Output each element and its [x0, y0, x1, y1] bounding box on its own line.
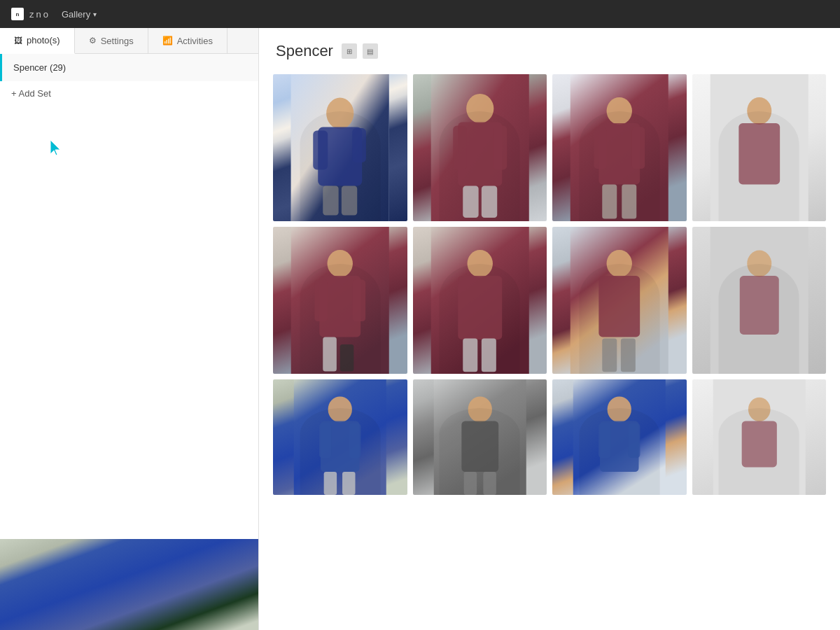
photo-svg-6: [413, 227, 547, 374]
svg-rect-39: [598, 276, 640, 337]
logo-area: n zno: [11, 8, 50, 20]
photo-svg-2: [413, 74, 547, 221]
svg-rect-5: [352, 128, 366, 162]
svg-rect-32: [430, 227, 528, 374]
svg-rect-36: [481, 339, 496, 372]
svg-rect-27: [319, 276, 360, 337]
svg-point-38: [607, 250, 632, 277]
activities-tab-icon: 📶: [162, 36, 173, 46]
tab-settings[interactable]: ⚙ Settings: [75, 28, 148, 53]
logo-text: zno: [29, 9, 50, 20]
svg-rect-29: [353, 280, 365, 322]
main-layout: 🖼 photo(s) ⚙ Settings 📶 Activities Spenc…: [0, 28, 840, 630]
logo-icon: n: [11, 8, 24, 20]
svg-rect-6: [323, 186, 338, 216]
tab-activities[interactable]: 📶 Activities: [148, 28, 227, 53]
gallery-label: Gallery: [62, 9, 90, 20]
svg-rect-42: [710, 227, 808, 374]
photo-svg-11: [552, 379, 687, 495]
view-toggle-icon-2[interactable]: ▤: [363, 43, 378, 59]
svg-point-46: [328, 396, 352, 422]
main-content: Spencer ⊞ ▤: [259, 28, 840, 630]
content-header: Spencer ⊞ ▤: [259, 28, 840, 67]
svg-rect-18: [594, 127, 606, 169]
photo-grid: [259, 67, 840, 502]
svg-rect-28: [314, 280, 327, 322]
svg-rect-1: [291, 74, 389, 221]
svg-rect-40: [602, 339, 617, 372]
sidebar: 🖼 photo(s) ⚙ Settings 📶 Activities Spenc…: [0, 28, 259, 630]
svg-rect-34: [458, 276, 502, 340]
svg-point-63: [748, 398, 770, 421]
svg-rect-55: [463, 472, 476, 495]
svg-rect-59: [600, 421, 638, 472]
photo-cell[interactable]: [552, 379, 687, 495]
photo-svg-12: [692, 379, 827, 495]
svg-rect-61: [628, 424, 640, 458]
svg-rect-14: [481, 186, 496, 218]
svg-rect-11: [453, 126, 467, 170]
sidebar-item-count: (29): [50, 62, 66, 73]
photo-svg-10: [413, 379, 547, 495]
tab-photos[interactable]: 🖼 photo(s): [0, 28, 75, 54]
svg-rect-31: [340, 344, 354, 372]
svg-rect-25: [291, 227, 389, 374]
sidebar-item-label: Spencer (29): [13, 62, 66, 73]
photo-cell[interactable]: [552, 74, 687, 221]
svg-rect-13: [463, 186, 478, 218]
svg-point-23: [747, 97, 771, 125]
add-set-label: + Add Set: [11, 88, 51, 99]
svg-rect-12: [493, 126, 507, 170]
svg-rect-47: [321, 421, 359, 472]
photo-cell[interactable]: [692, 227, 827, 374]
photo-cell[interactable]: [692, 74, 827, 221]
svg-rect-48: [319, 424, 331, 458]
photo-svg-1: [273, 74, 407, 221]
gallery-menu-button[interactable]: Gallery ▾: [62, 9, 97, 20]
photo-svg-7: [552, 227, 687, 374]
photo-cell[interactable]: [413, 379, 547, 495]
svg-rect-64: [741, 421, 776, 467]
sidebar-preview: [0, 539, 258, 630]
svg-point-26: [328, 250, 353, 277]
svg-rect-4: [313, 131, 328, 170]
svg-point-2: [326, 98, 354, 130]
svg-point-58: [608, 396, 631, 422]
svg-point-43: [747, 251, 771, 277]
svg-rect-35: [463, 339, 477, 372]
photo-cell[interactable]: [413, 74, 547, 221]
view-toggle-icon-1[interactable]: ⊞: [342, 43, 357, 59]
photo-svg-4: [692, 74, 827, 221]
photo-cell[interactable]: [413, 227, 547, 374]
svg-rect-3: [318, 127, 362, 186]
svg-rect-7: [342, 186, 357, 216]
photos-tab-icon: 🖼: [14, 36, 22, 46]
page-title: Spencer: [276, 42, 333, 60]
photo-cell[interactable]: [273, 227, 407, 374]
photo-cell[interactable]: [273, 379, 407, 495]
svg-rect-20: [602, 185, 617, 219]
tab-bar: 🖼 photo(s) ⚙ Settings 📶 Activities: [0, 28, 258, 54]
svg-rect-56: [483, 472, 496, 495]
svg-point-33: [467, 250, 492, 277]
svg-rect-21: [622, 185, 636, 219]
sidebar-item-spencer[interactable]: Spencer (29): [0, 54, 258, 81]
settings-tab-icon: ⚙: [89, 36, 97, 46]
svg-point-53: [468, 396, 491, 422]
svg-rect-10: [458, 122, 502, 186]
photo-cell[interactable]: [273, 74, 407, 221]
tab-photos-label: photo(s): [27, 35, 60, 46]
tab-activities-label: Activities: [177, 36, 213, 46]
photo-cell[interactable]: [692, 379, 827, 495]
add-set-button[interactable]: + Add Set: [0, 81, 258, 106]
svg-rect-49: [349, 424, 360, 458]
svg-rect-51: [342, 472, 355, 495]
photo-svg-5: [273, 227, 407, 374]
svg-rect-37: [570, 227, 668, 374]
header-icon-group: ⊞ ▤: [342, 43, 378, 59]
svg-rect-19: [632, 127, 645, 169]
svg-rect-60: [598, 424, 610, 458]
photo-cell[interactable]: [552, 227, 687, 374]
svg-point-9: [466, 94, 493, 123]
svg-rect-50: [324, 472, 337, 495]
